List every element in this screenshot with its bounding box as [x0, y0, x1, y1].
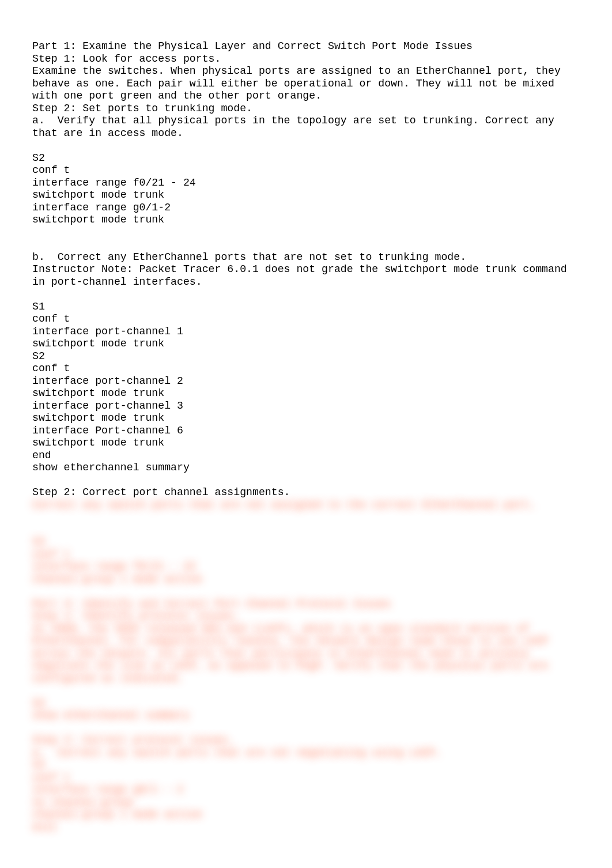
document-page: Part 1: Examine the Physical Layer and C…	[0, 0, 612, 868]
document-hidden-text: Correct any switch ports that are not as…	[32, 499, 554, 833]
document-visible-text: Part 1: Examine the Physical Layer and C…	[32, 40, 573, 498]
